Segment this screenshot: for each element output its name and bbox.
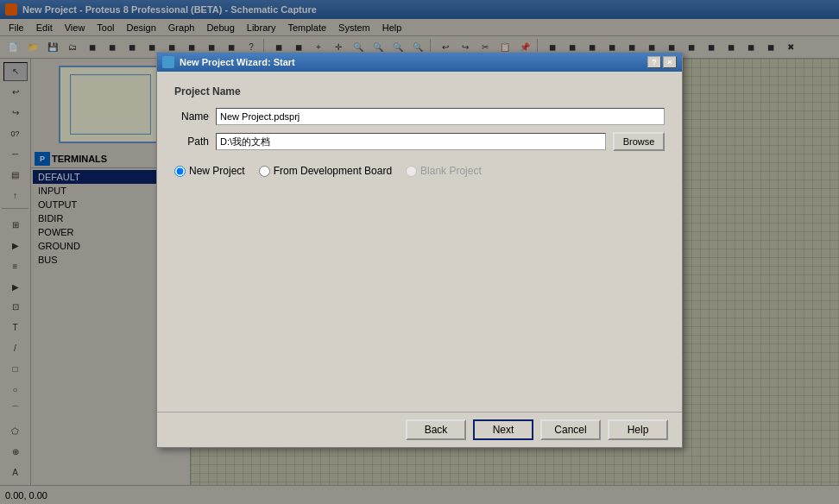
project-type-group: New Project From Development Board Blank… bbox=[174, 165, 665, 177]
dialog-titlebar: New Project Wizard: Start ? × bbox=[157, 53, 682, 72]
name-input[interactable] bbox=[216, 108, 665, 125]
dialog-title: New Project Wizard: Start bbox=[180, 57, 295, 67]
radio-from-board-label: From Development Board bbox=[274, 165, 392, 177]
radio-from-board-input[interactable] bbox=[259, 166, 270, 177]
radio-blank: Blank Project bbox=[406, 165, 482, 177]
radio-new-project: New Project bbox=[174, 165, 245, 177]
dialog-controls: ? × bbox=[647, 56, 677, 68]
section-title: Project Name bbox=[174, 85, 665, 98]
dialog-spacer bbox=[174, 191, 665, 398]
radio-blank-input[interactable] bbox=[406, 166, 417, 177]
browse-button[interactable]: Browse bbox=[613, 132, 665, 151]
name-row: Name bbox=[174, 108, 665, 125]
new-project-dialog: New Project Wizard: Start ? × Project Na… bbox=[156, 52, 683, 448]
dialog-icon bbox=[162, 56, 174, 68]
dialog-content: Project Name Name Path Browse New Projec… bbox=[157, 72, 682, 412]
dialog-close-btn[interactable]: × bbox=[663, 56, 677, 68]
help-footer-button[interactable]: Help bbox=[608, 419, 668, 440]
radio-new-project-input[interactable] bbox=[174, 166, 186, 177]
radio-blank-label: Blank Project bbox=[420, 165, 482, 177]
next-button[interactable]: Next bbox=[473, 419, 533, 440]
cancel-button[interactable]: Cancel bbox=[540, 419, 601, 440]
dialog-footer: Back Next Cancel Help bbox=[157, 412, 682, 447]
radio-from-board: From Development Board bbox=[259, 165, 392, 177]
back-button[interactable]: Back bbox=[406, 419, 466, 440]
modal-overlay: New Project Wizard: Start ? × Project Na… bbox=[0, 0, 839, 504]
path-input[interactable] bbox=[216, 133, 606, 150]
dialog-help-btn[interactable]: ? bbox=[647, 56, 661, 68]
path-label: Path bbox=[174, 135, 209, 148]
name-label: Name bbox=[174, 110, 209, 123]
radio-new-project-label: New Project bbox=[189, 165, 245, 177]
path-row: Path Browse bbox=[174, 132, 665, 151]
